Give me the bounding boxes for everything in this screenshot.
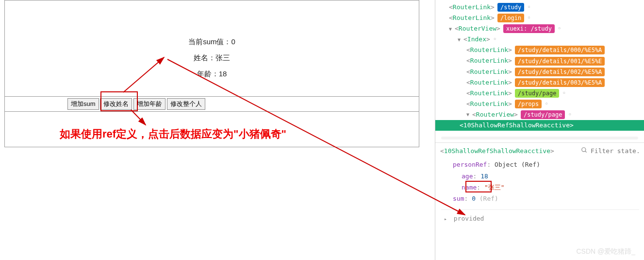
- tree-node-routerview2[interactable]: ▼<RouterView>/study/page◦: [439, 109, 644, 120]
- name-line: 姓名：张三: [5, 53, 419, 63]
- svg-point-0: [582, 148, 586, 152]
- state-age[interactable]: age: 18: [441, 171, 639, 182]
- tree-node-routerlink1[interactable]: <RouterLink>/study◦: [439, 2, 644, 13]
- name-label: 姓名：: [194, 53, 215, 62]
- add-age-button[interactable]: 增加年龄: [133, 98, 165, 110]
- state-provided[interactable]: ▸ provided: [441, 209, 639, 224]
- chevron-down-icon[interactable]: ▼: [466, 110, 472, 119]
- tree-node-routerview1[interactable]: ▼<RouterView>xuexi: /study◦: [439, 23, 644, 34]
- age-line: 年龄：18: [5, 69, 419, 79]
- badge-details2: /study/details/002/%E5%A: [515, 68, 605, 76]
- annotation-text: 如果使用ref定义，点击后数据应变为"小猪佩奇": [60, 127, 286, 141]
- tree-node-routerlink8[interactable]: <RouterLink>/props◦: [439, 99, 644, 109]
- change-person-button[interactable]: 修改整个人: [167, 98, 205, 110]
- age-label: 年龄：: [197, 69, 219, 78]
- chevron-down-icon[interactable]: ▼: [458, 35, 463, 44]
- badge-xuexi: xuexi: /study: [503, 24, 555, 33]
- scrollbar[interactable]: [441, 137, 638, 139]
- badge-page2: /study/page: [521, 110, 565, 119]
- tree-node-routerlink4[interactable]: <RouterLink>/study/details/001/%E5%E: [439, 55, 644, 66]
- chevron-down-icon[interactable]: ▼: [449, 25, 455, 33]
- sum-value: 0: [231, 37, 235, 46]
- badge-details3: /study/details/003/%E5%A: [515, 78, 605, 87]
- content-area: 当前sum值：0 姓名：张三 年龄：18: [5, 0, 419, 79]
- state-tree: personRef: Object (Ref) age: 18 name: "张…: [440, 159, 639, 224]
- tree-node-selected[interactable]: <10ShallowRefShallowReacctive>: [435, 120, 644, 131]
- tree-node-index[interactable]: ▼<Index>◦: [439, 34, 644, 45]
- devtools-panel: <RouterLink>/study◦ <RouterLink>/login◦ …: [435, 0, 644, 260]
- tree-node-routerlink7[interactable]: <RouterLink>/study/page◦: [439, 88, 644, 99]
- age-value: 18: [219, 69, 227, 78]
- state-component-title: <10ShallowRefShallowReacctive>: [440, 147, 581, 155]
- svg-line-1: [585, 151, 587, 153]
- tree-node-routerlink2[interactable]: <RouterLink>/login◦: [439, 13, 644, 23]
- state-panel: <10ShallowRefShallowReacctive> personRef…: [435, 142, 644, 228]
- state-personref[interactable]: personRef: Object (Ref): [441, 159, 639, 170]
- add-sum-button[interactable]: 增加sum: [67, 98, 99, 110]
- name-value: 张三: [215, 53, 230, 62]
- sum-label: 当前sum值：: [188, 37, 231, 46]
- tree-node-routerlink3[interactable]: <RouterLink>/study/details/000/%E5%A: [439, 45, 644, 55]
- badge-details1: /study/details/001/%E5%E: [515, 57, 605, 66]
- badge-props: /props: [515, 100, 542, 108]
- badge-login: /login: [497, 14, 524, 22]
- sum-line: 当前sum值：0: [5, 37, 419, 47]
- search-icon[interactable]: [581, 147, 588, 155]
- tree-node-routerlink6[interactable]: <RouterLink>/study/details/003/%E5%A: [439, 77, 644, 88]
- badge-study: /study: [497, 3, 524, 12]
- filter-state-input[interactable]: [591, 147, 639, 155]
- button-row: 增加sum 修改姓名 增加年龄 修改整个人: [5, 96, 419, 112]
- badge-details0: /study/details/000/%E5%A: [515, 46, 605, 54]
- state-sum[interactable]: sum: 0 (Ref): [441, 193, 639, 204]
- state-name[interactable]: name: "张三": [441, 182, 639, 193]
- state-header: <10ShallowRefShallowReacctive>: [440, 147, 639, 155]
- watermark: CSDN @爱吃猪蹄_: [576, 247, 635, 256]
- chevron-right-icon[interactable]: ▸: [444, 215, 450, 224]
- tree-node-routerlink5[interactable]: <RouterLink>/study/details/002/%E5%A: [439, 67, 644, 77]
- app-panel: 当前sum值：0 姓名：张三 年龄：18 增加sum 修改姓名 增加年龄 修改整…: [4, 0, 419, 147]
- component-tree: <RouterLink>/study◦ <RouterLink>/login◦ …: [435, 0, 644, 131]
- change-name-button[interactable]: 修改姓名: [100, 98, 132, 110]
- badge-page: /study/page: [515, 89, 559, 98]
